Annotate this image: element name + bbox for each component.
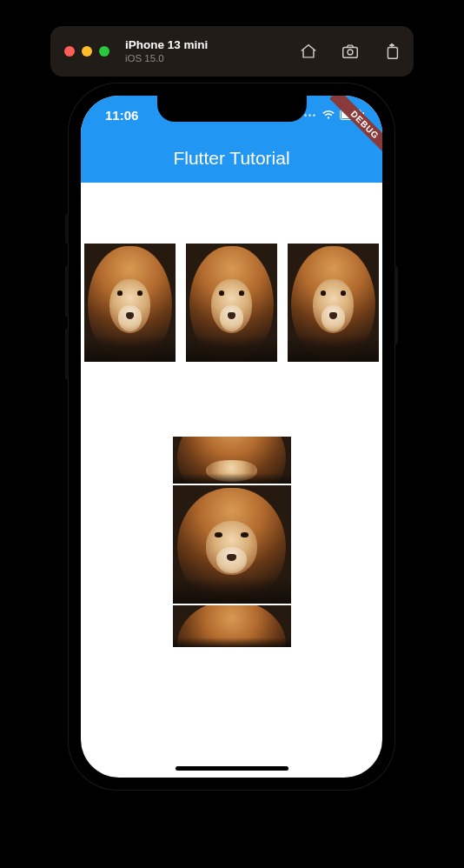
lion-image xyxy=(173,605,291,647)
window-controls xyxy=(64,46,109,57)
minimize-window-button[interactable] xyxy=(82,46,92,57)
lion-image xyxy=(288,244,379,362)
simulator-titlebar: iPhone 13 mini iOS 15.0 xyxy=(50,26,414,77)
lion-image xyxy=(173,485,291,604)
volume-down-button xyxy=(65,329,69,379)
device-notch xyxy=(157,96,307,122)
svg-point-1 xyxy=(348,50,353,55)
close-window-button[interactable] xyxy=(64,46,75,57)
status-time: 11:06 xyxy=(105,108,138,123)
simulator-actions xyxy=(299,42,401,61)
image-column xyxy=(81,437,382,647)
app-content xyxy=(81,183,382,778)
device-screen: DEBUG 11:06 Flutter Tutorial xyxy=(81,96,382,778)
home-icon[interactable] xyxy=(299,42,318,61)
lion-image xyxy=(173,437,291,484)
simulator-title: iPhone 13 mini iOS 15.0 xyxy=(125,39,208,63)
screenshot-icon[interactable] xyxy=(341,42,360,61)
ios-version: iOS 15.0 xyxy=(125,53,208,64)
app-bar: Flutter Tutorial xyxy=(81,134,382,183)
svg-rect-0 xyxy=(343,47,358,57)
zoom-window-button[interactable] xyxy=(99,46,109,57)
copy-icon[interactable] xyxy=(382,42,401,61)
image-row xyxy=(81,244,382,362)
app-title: Flutter Tutorial xyxy=(173,148,289,169)
volume-up-button xyxy=(65,266,69,317)
mute-switch xyxy=(65,214,69,244)
power-button xyxy=(394,266,398,344)
lion-image xyxy=(186,244,277,362)
device-name: iPhone 13 mini xyxy=(125,39,208,52)
device-frame: DEBUG 11:06 Flutter Tutorial xyxy=(69,83,394,790)
lion-image xyxy=(84,244,176,362)
wifi-icon xyxy=(321,107,335,124)
home-indicator[interactable] xyxy=(176,766,288,771)
svg-rect-2 xyxy=(388,47,397,58)
